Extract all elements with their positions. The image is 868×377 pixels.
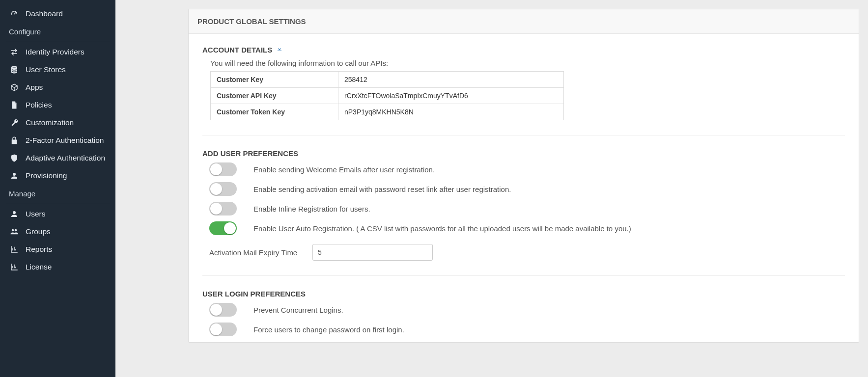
add-user-pref-toggle-3[interactable] xyxy=(209,221,237,235)
login-pref-toggle-0[interactable] xyxy=(209,303,237,317)
chart-icon xyxy=(9,263,20,271)
document-icon xyxy=(9,101,20,109)
database-icon xyxy=(9,65,20,74)
sidebar-item-reports[interactable]: Reports xyxy=(0,241,115,258)
sidebar-item-adaptive-authentication[interactable]: Adaptive Authentication xyxy=(0,149,115,167)
add-user-pref-label: Enable Inline Registration for users. xyxy=(253,205,370,213)
detail-value: nP3P1yq8MKHN5K8N xyxy=(338,104,564,120)
detail-value: 258412 xyxy=(338,72,564,88)
sidebar-item-license[interactable]: License xyxy=(0,258,115,276)
sidebar-item-label: Dashboard xyxy=(26,9,63,18)
table-row: Customer Token KeynP3P1yq8MKHN5K8N xyxy=(211,104,564,120)
activation-expiry-row: Activation Mail Expiry Time xyxy=(209,244,845,261)
detail-value: rCrxXtcFTOwolaSaTmpIxCmuyYTvAfD6 xyxy=(338,88,564,104)
login-pref-label: Force users to change password on first … xyxy=(253,325,404,334)
section-divider xyxy=(202,135,845,135)
settings-panel: PRODUCT GLOBAL SETTINGS ACCOUNT DETAILS … xyxy=(188,9,859,343)
add-user-pref-row: Enable sending activation email with pas… xyxy=(209,182,845,196)
sidebar-item-label: User Stores xyxy=(26,65,66,74)
shield-icon xyxy=(9,154,20,162)
detail-key: Customer Token Key xyxy=(211,104,338,120)
sidebar: DashboardConfigureIdentity ProvidersUser… xyxy=(0,0,115,377)
sidebar-item-users[interactable]: Users xyxy=(0,205,115,223)
add-user-pref-toggle-0[interactable] xyxy=(209,162,237,176)
sidebar-item-label: License xyxy=(26,263,52,271)
activation-expiry-input[interactable] xyxy=(312,244,433,261)
sidebar-header-manage: Manage xyxy=(0,185,115,202)
user-icon xyxy=(9,210,20,218)
sidebar-divider xyxy=(6,41,110,41)
add-user-pref-label: Enable User Auto Registration. ( A CSV l… xyxy=(253,224,631,233)
gauge-icon xyxy=(9,9,20,18)
sidebar-item-label: Adaptive Authentication xyxy=(26,154,105,162)
login-pref-toggle-1[interactable] xyxy=(209,323,237,336)
sidebar-item-label: Apps xyxy=(26,83,43,92)
sidebar-item-label: 2-Factor Authentication xyxy=(26,136,104,145)
login-pref-row: Force users to change password on first … xyxy=(209,323,845,336)
sidebar-item-policies[interactable]: Policies xyxy=(0,96,115,114)
table-row: Customer API KeyrCrxXtcFTOwolaSaTmpIxCmu… xyxy=(211,88,564,104)
download-icon[interactable] xyxy=(276,46,283,54)
add-user-pref-row: Enable sending Welcome Emails after user… xyxy=(209,162,845,176)
add-user-pref-label: Enable sending Welcome Emails after user… xyxy=(253,165,435,174)
activation-expiry-label: Activation Mail Expiry Time xyxy=(209,248,312,257)
sidebar-item-customization[interactable]: Customization xyxy=(0,114,115,132)
cube-icon xyxy=(9,83,20,92)
sidebar-item-label: Identity Providers xyxy=(26,48,84,56)
account-details-title: ACCOUNT DETAILS xyxy=(202,46,845,54)
panel-body: ACCOUNT DETAILS You will need the follow… xyxy=(189,34,859,336)
exchange-icon xyxy=(9,48,20,56)
user-login-prefs-title: USER LOGIN PREFERENCES xyxy=(202,290,845,298)
login-pref-row: Prevent Concurrent Logins. xyxy=(209,303,845,317)
table-row: Customer Key258412 xyxy=(211,72,564,88)
main-content: PRODUCT GLOBAL SETTINGS ACCOUNT DETAILS … xyxy=(115,0,868,377)
add-user-pref-row: Enable Inline Registration for users. xyxy=(209,202,845,215)
sidebar-item-apps[interactable]: Apps xyxy=(0,79,115,96)
sidebar-item-identity-providers[interactable]: Identity Providers xyxy=(0,43,115,61)
account-details-title-text: ACCOUNT DETAILS xyxy=(202,46,272,54)
sidebar-divider xyxy=(6,203,110,203)
sidebar-item-label: Provisioning xyxy=(26,171,67,180)
lock-icon xyxy=(9,136,20,145)
sidebar-item-2-factor-authentication[interactable]: 2-Factor Authentication xyxy=(0,132,115,149)
section-divider xyxy=(202,275,845,276)
sidebar-item-label: Reports xyxy=(26,245,52,254)
add-user-pref-toggle-2[interactable] xyxy=(209,202,237,215)
wrench-icon xyxy=(9,118,20,127)
sidebar-header-configure: Configure xyxy=(0,23,115,40)
sidebar-item-label: Groups xyxy=(26,227,51,236)
sidebar-item-provisioning[interactable]: Provisioning xyxy=(0,167,115,185)
add-user-pref-label: Enable sending activation email with pas… xyxy=(253,185,511,193)
sidebar-item-user-stores[interactable]: User Stores xyxy=(0,61,115,79)
users-icon xyxy=(9,227,20,236)
sidebar-item-label: Users xyxy=(26,210,45,218)
panel-title: PRODUCT GLOBAL SETTINGS xyxy=(189,9,859,34)
detail-key: Customer API Key xyxy=(211,88,338,104)
sidebar-item-dashboard[interactable]: Dashboard xyxy=(0,5,115,23)
user-icon xyxy=(9,171,20,180)
add-user-pref-toggle-1[interactable] xyxy=(209,182,237,196)
account-details-desc: You will need the following information … xyxy=(210,59,845,67)
add-user-prefs-title: ADD USER PREFERENCES xyxy=(202,149,845,158)
sidebar-item-groups[interactable]: Groups xyxy=(0,223,115,241)
chart-icon xyxy=(9,245,20,254)
account-details-table: Customer Key258412Customer API KeyrCrxXt… xyxy=(210,71,564,120)
login-pref-label: Prevent Concurrent Logins. xyxy=(253,306,343,314)
sidebar-item-label: Customization xyxy=(26,118,74,127)
detail-key: Customer Key xyxy=(211,72,338,88)
sidebar-item-label: Policies xyxy=(26,101,52,109)
add-user-pref-row: Enable User Auto Registration. ( A CSV l… xyxy=(209,221,845,235)
